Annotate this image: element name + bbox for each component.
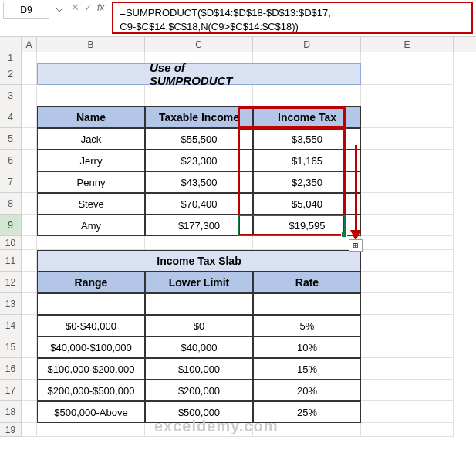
col-header-C[interactable]: C [145, 37, 253, 52]
slab-rate[interactable]: 25% [253, 401, 361, 423]
data-income[interactable]: $177,300 [145, 215, 253, 236]
col-header-E[interactable]: E [361, 37, 454, 52]
data-tax[interactable]: $19,595 [253, 215, 361, 236]
column-headers: A B C D E [0, 37, 476, 52]
row-headers: 1 2 3 4 5 6 7 8 9 10 11 12 13 14 15 16 1… [0, 52, 22, 437]
row-header[interactable]: 15 [0, 336, 21, 358]
name-box-dropdown-icon[interactable] [52, 2, 66, 19]
row-header[interactable]: 11 [0, 250, 21, 272]
col-header-A[interactable]: A [22, 37, 37, 52]
cells-area[interactable]: Use of SUMPRODUCT NameTaxable IncomeInco… [22, 52, 476, 437]
header-tax: Income Tax [253, 106, 361, 128]
row-header[interactable]: 7 [0, 171, 21, 193]
row-header[interactable]: 8 [0, 193, 21, 215]
formula-input[interactable]: =SUMPRODUCT($D$14:$D$18-$D$13:$D$17, C9-… [112, 2, 473, 34]
data-name[interactable]: Jerry [37, 150, 145, 171]
slab-rate[interactable]: 15% [253, 358, 361, 380]
formula-bar: D9 ✕ ✓ fx =SUMPRODUCT($D$14:$D$18-$D$13:… [0, 0, 476, 37]
slab-range[interactable]: $500,000-Above [37, 401, 145, 423]
row-header[interactable]: 12 [0, 272, 21, 293]
slab-range[interactable]: $200,000-$500,000 [37, 380, 145, 401]
slab-header-lower: Lower Limit [145, 272, 253, 293]
row-header[interactable]: 5 [0, 128, 21, 150]
select-all-corner[interactable] [0, 37, 22, 52]
slab-rate[interactable] [253, 293, 361, 315]
slab-rate[interactable]: 5% [253, 315, 361, 336]
data-income[interactable]: $55,500 [145, 128, 253, 150]
name-box[interactable]: D9 [3, 2, 49, 19]
row-header-active[interactable]: 9 [0, 215, 21, 236]
slab-lower[interactable]: $200,000 [145, 380, 253, 401]
row-header[interactable]: 13 [0, 293, 21, 315]
slab-rate[interactable]: 10% [253, 336, 361, 358]
row-header[interactable]: 1 [0, 52, 21, 63]
slab-lower[interactable]: $100,000 [145, 358, 253, 380]
row-header[interactable]: 4 [0, 106, 21, 128]
row-header[interactable]: 17 [0, 380, 21, 401]
slab-range[interactable]: $40,000-$100,000 [37, 336, 145, 358]
row-header[interactable]: 2 [0, 63, 21, 85]
accept-icon[interactable]: ✓ [84, 2, 93, 13]
row-header[interactable]: 14 [0, 315, 21, 336]
row-header[interactable]: 3 [0, 85, 21, 106]
data-tax[interactable]: $3,550 [253, 128, 361, 150]
data-income[interactable]: $23,300 [145, 150, 253, 171]
data-tax[interactable]: $5,040 [253, 193, 361, 215]
slab-rate[interactable]: 20% [253, 380, 361, 401]
formula-controls: ✕ ✓ fx [66, 2, 109, 13]
cancel-icon[interactable]: ✕ [71, 2, 79, 13]
row-header[interactable]: 19 [0, 423, 21, 437]
slab-header-rate: Rate [253, 272, 361, 293]
slab-title: Income Tax Slab [145, 250, 253, 272]
data-income[interactable]: $70,400 [145, 193, 253, 215]
slab-lower[interactable]: $500,000 [145, 401, 253, 423]
spreadsheet: A B C D E 1 2 3 4 5 6 7 8 9 10 11 12 13 … [0, 37, 476, 437]
slab-lower[interactable]: $40,000 [145, 336, 253, 358]
data-name[interactable]: Penny [37, 171, 145, 193]
slab-range[interactable] [37, 293, 145, 315]
title-cell: Use of SUMPRODUCT [145, 63, 253, 85]
col-header-D[interactable]: D [253, 37, 361, 52]
data-income[interactable]: $43,500 [145, 171, 253, 193]
row-header[interactable]: 18 [0, 401, 21, 423]
col-header-B[interactable]: B [37, 37, 145, 52]
data-name[interactable]: Jack [37, 128, 145, 150]
slab-lower[interactable]: $0 [145, 315, 253, 336]
data-name[interactable]: Steve [37, 193, 145, 215]
slab-lower[interactable] [145, 293, 253, 315]
slab-range[interactable]: $0-$40,000 [37, 315, 145, 336]
slab-header-range: Range [37, 272, 145, 293]
autofill-options-icon[interactable]: ⊞ [349, 239, 363, 252]
row-header[interactable]: 6 [0, 150, 21, 171]
fx-icon[interactable]: fx [97, 2, 104, 13]
data-tax[interactable]: $2,350 [253, 171, 361, 193]
slab-range[interactable]: $100,000-$200,000 [37, 358, 145, 380]
row-header[interactable]: 16 [0, 358, 21, 380]
header-income: Taxable Income [145, 106, 253, 128]
data-tax[interactable]: $1,165 [253, 150, 361, 171]
header-name: Name [37, 106, 145, 128]
row-header[interactable]: 10 [0, 236, 21, 250]
data-name[interactable]: Amy [37, 215, 145, 236]
